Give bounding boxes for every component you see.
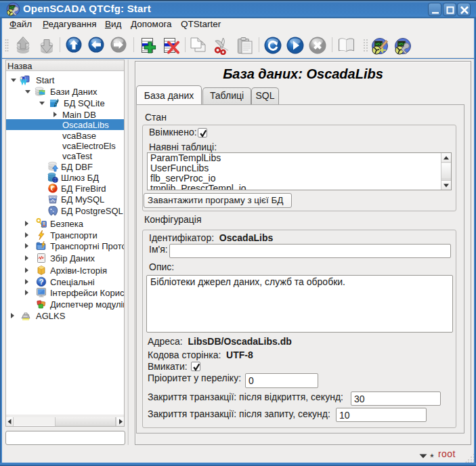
svg-text:?: ? (39, 278, 44, 286)
